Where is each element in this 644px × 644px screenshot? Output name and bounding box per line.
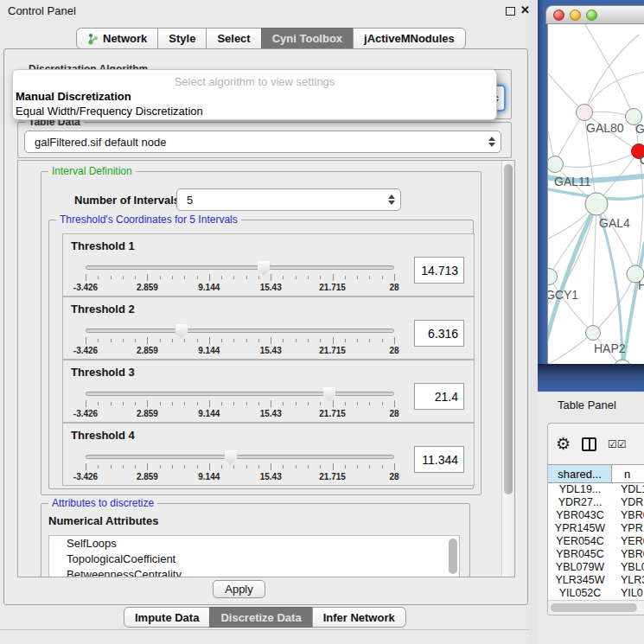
gear-icon[interactable]: ⚙ — [556, 436, 571, 452]
table-header: shared... n — [548, 465, 644, 483]
threshold-4-slider[interactable]: -3.4262.8599.14415.4321.71528 — [86, 453, 394, 484]
apply-button[interactable]: Apply — [213, 580, 265, 598]
threshold-2-value-field[interactable] — [414, 320, 464, 347]
threshold-2-label: Threshold 2 — [71, 303, 135, 316]
control-panel-title: Control Panel — [8, 4, 76, 17]
zoom-window-icon[interactable] — [586, 10, 597, 21]
interval-definition-title: Interval Definition — [48, 165, 136, 177]
table-row[interactable]: YDL19...YDL1 — [548, 483, 644, 496]
table-row[interactable]: YBR043CYBR0 — [548, 509, 644, 522]
table-data-combobox[interactable]: galFiltered.sif default node — [24, 131, 501, 153]
numerical-attributes-label: Numerical Attributes — [48, 514, 158, 527]
select-columns-icon[interactable]: ☑☑ — [608, 438, 627, 450]
tab-network[interactable]: Network — [76, 28, 158, 49]
threshold-1-label: Threshold 1 — [71, 239, 135, 252]
attributes-group-title: Attributes to discretize — [48, 497, 157, 509]
network-window-bottom-frame — [538, 364, 644, 392]
settings-vertical-scrollbar[interactable] — [501, 161, 514, 577]
threshold-2-panel: Threshold 2 -3.4262.8599.14415.4321.7152… — [62, 296, 475, 360]
tab-select[interactable]: Select — [206, 28, 261, 49]
table-panel: ⚙ ☑☑ shared... n YDL19...YDL1YDR27...YDR… — [547, 423, 644, 615]
node-hap2[interactable] — [586, 326, 601, 341]
scrollbar-thumb[interactable] — [551, 603, 637, 612]
table-row[interactable]: YBL079WYBL0 — [548, 561, 644, 574]
node-label-gal11: GAL11 — [554, 175, 591, 188]
network-icon — [87, 33, 99, 45]
control-panel-titlebar: Control Panel ✕ — [0, 0, 533, 21]
tab-style[interactable]: Style — [157, 28, 207, 49]
node-gal4[interactable] — [585, 193, 608, 215]
table-data-combobox-value: galFiltered.sif default node — [25, 136, 483, 149]
node-label-c-partial: C — [640, 153, 644, 167]
threshold-3-slider[interactable]: -3.4262.8599.14415.4321.71528 — [86, 390, 394, 421]
columns-icon[interactable] — [582, 437, 596, 451]
combo-stepper-icon — [383, 194, 400, 205]
node-table: shared... n YDL19...YDL1YDR27...YDR2YBR0… — [548, 464, 644, 615]
table-panel-titlebar: Table Panel — [538, 392, 644, 418]
network-canvas[interactable]: GAL80 GA C GAL11 GAL4 GCY1 H HAP2 — [547, 24, 644, 364]
column-header-name[interactable]: n — [612, 465, 644, 482]
node-gal80[interactable] — [577, 105, 593, 121]
settings-scrollpane: Interval Definition Number of Intervals … — [17, 160, 515, 577]
table-row[interactable]: YER054CYER0 — [548, 535, 644, 548]
thresholds-group-title: Threshold's Coordinates for 5 Intervals — [56, 214, 241, 226]
table-horizontal-scrollbar[interactable] — [548, 600, 644, 615]
threshold-3-value-field[interactable] — [414, 383, 464, 410]
tab-infer-network[interactable]: Infer Network — [312, 607, 406, 628]
node-gcy1[interactable] — [548, 269, 558, 285]
table-body: YDL19...YDL1YDR27...YDR2YBR043CYBR0YPR14… — [548, 483, 644, 600]
panel-splitter[interactable] — [529, 0, 538, 644]
cyni-mode-tabs: Impute Data Discretize Data Infer Networ… — [124, 607, 406, 628]
node-gal11[interactable] — [548, 156, 564, 173]
algorithm-dropdown-popup: Select algorithm to view settings Manual… — [12, 69, 497, 120]
close-window-icon[interactable] — [553, 10, 564, 21]
tab-discretize-data[interactable]: Discretize Data — [209, 607, 312, 628]
number-of-intervals-combobox[interactable]: 5 — [176, 188, 401, 211]
table-row[interactable]: YBR045CYBR0 — [548, 548, 644, 561]
threshold-3-panel: Threshold 3 -3.4262.8599.14415.4321.7152… — [62, 360, 475, 423]
threshold-2-slider[interactable]: -3.4262.8599.14415.4321.71528 — [86, 327, 394, 358]
node-label-gcy1: GCY1 — [548, 288, 578, 302]
network-window-titlebar[interactable] — [545, 5, 644, 24]
tab-impute-data[interactable]: Impute Data — [124, 607, 210, 628]
algorithm-dropdown-hint: Select algorithm to view settings — [13, 70, 496, 89]
table-row[interactable]: YDR27...YDR2 — [548, 496, 644, 509]
minimize-window-icon[interactable] — [570, 10, 581, 21]
table-row[interactable]: YPR145WYPR1 — [548, 522, 644, 535]
combo-stepper-icon — [483, 137, 501, 147]
tab-network-label: Network — [103, 32, 147, 45]
thresholds-group: Threshold's Coordinates for 5 Intervals … — [48, 220, 474, 489]
node-label-hap2: HAP2 — [594, 341, 626, 355]
table-toolbar: ⚙ ☑☑ — [548, 424, 644, 464]
list-scrollbar[interactable] — [449, 539, 457, 574]
control-panel-tabs: Network Style Select Cyni Toolbox jActiv… — [76, 28, 466, 49]
threshold-4-panel: Threshold 4 -3.4262.8599.14415.4321.7152… — [62, 423, 475, 486]
threshold-1-panel: Threshold 1 -3.4262.8599.14415.4321.7152… — [62, 233, 475, 296]
network-view-window: GAL80 GA C GAL11 GAL4 GCY1 H HAP2 — [538, 0, 644, 392]
threshold-4-label: Threshold 4 — [71, 429, 135, 442]
tab-jactivemnodules[interactable]: jActiveMNodules — [353, 28, 466, 49]
tab-cyni-toolbox[interactable]: Cyni Toolbox — [261, 28, 354, 49]
threshold-1-value-field[interactable] — [414, 257, 464, 284]
attributes-group: Attributes to discretize Numerical Attri… — [41, 503, 470, 577]
list-item[interactable]: BetweennessCentrality — [49, 567, 459, 577]
node-label-gal4: GAL4 — [599, 216, 630, 230]
algorithm-option-manual[interactable]: Manual Discretization — [13, 89, 496, 104]
threshold-1-slider[interactable]: -3.4262.8599.14415.4321.71528 — [86, 264, 394, 295]
node-label-h-partial: H — [638, 278, 644, 292]
interval-definition-group: Interval Definition Number of Intervals … — [41, 171, 481, 495]
threshold-4-value-field[interactable] — [414, 446, 464, 473]
table-row[interactable]: YLR345WYLR3 — [548, 574, 644, 587]
threshold-3-label: Threshold 3 — [71, 366, 135, 379]
list-item[interactable]: SelfLoops — [49, 536, 459, 552]
node-label-gal-partial: GA — [635, 122, 644, 136]
float-window-icon[interactable] — [506, 7, 515, 16]
algorithm-option-equal-width[interactable]: Equal Width/Frequency Discretization — [13, 104, 496, 118]
column-header-shared[interactable]: shared... — [548, 465, 612, 482]
numerical-attributes-list[interactable]: SelfLoopsTopologicalCoefficientBetweenne… — [48, 535, 460, 577]
list-item[interactable]: TopologicalCoefficient — [49, 552, 459, 567]
panel-bottom-border — [0, 629, 533, 630]
table-row[interactable]: YIL052CYIL0 — [548, 587, 644, 600]
number-of-intervals-label: Number of Intervals — [74, 194, 180, 207]
scrollbar-thumb[interactable] — [504, 164, 513, 494]
